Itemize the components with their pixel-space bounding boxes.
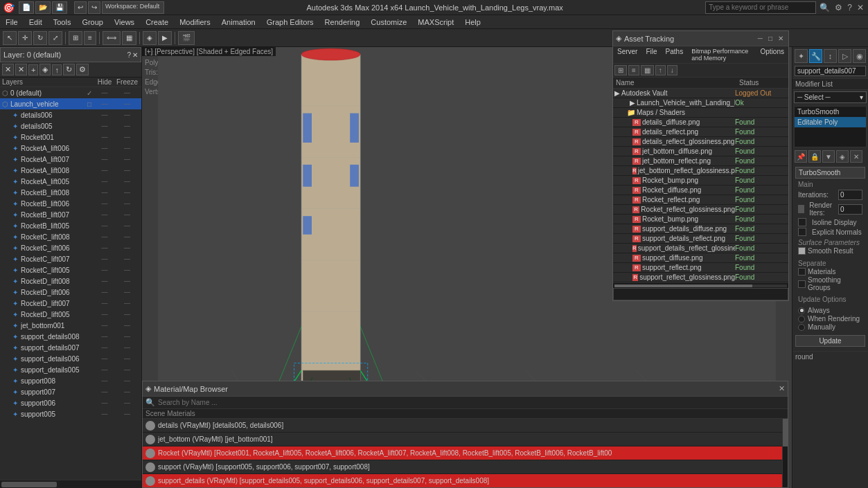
layer-item-rocketC008[interactable]: ✦ RocketC_lift008 — — (0, 231, 141, 242)
asset-menu-server[interactable]: Server (613, 46, 641, 63)
mat-row-details[interactable]: details (VRayMtl) [details005, details00… (143, 419, 782, 433)
layer-settings-btn[interactable]: ⚙ (76, 64, 89, 75)
layer-item-support008[interactable]: ✦ support008 — — (0, 375, 141, 386)
layer-item-default[interactable]: ⬡ 0 (default) ✓ — — (0, 87, 141, 98)
layer-item-support005[interactable]: ✦ support005 — — (0, 408, 141, 419)
settings-icon[interactable]: ⚙ (833, 2, 844, 13)
layer-item-support007[interactable]: ✦ support007 — — (0, 386, 141, 397)
asset-row-support-diffuse[interactable]: R support_diffuse.png Found (613, 253, 788, 263)
layer-item-rocketC005[interactable]: ✦ RocketC_lift005 — — (0, 264, 141, 275)
save-btn[interactable]: 💾 (52, 1, 67, 14)
asset-row-vault[interactable]: ▶ Autodesk Vault Logged Out (613, 89, 788, 98)
mat-row-support[interactable]: support (VRayMtl) [support005, support00… (143, 460, 782, 474)
layer-item-rocketD005[interactable]: ✦ RocketD_lift005 — — (0, 309, 141, 320)
layer-item-rocketD007[interactable]: ✦ RocketD_lift007 — — (0, 298, 141, 309)
layer-delete-btn[interactable]: ✕ (15, 64, 27, 75)
new-btn[interactable]: 📄 (19, 1, 34, 14)
menu-animation[interactable]: Animation (216, 15, 261, 29)
materials-check[interactable] (798, 268, 806, 275)
layer-item-rocketB007[interactable]: ✦ RocketB_lift007 — — (0, 209, 141, 220)
asset-row-jet-reflect[interactable]: R jet_bottom_reflect.png Found (613, 156, 788, 166)
layer-item-rocketA007[interactable]: ✦ RocketA_lift007 — — (0, 154, 141, 165)
always-radio[interactable] (798, 307, 805, 314)
layer-item-support-details005[interactable]: ✦ support_details005 — — (0, 364, 141, 375)
asset-maximize-btn[interactable]: □ (766, 34, 774, 43)
search-icon[interactable]: 🔍 (818, 2, 831, 13)
asset-row-support-details-reflect-gloss[interactable]: R support_details_reflect_glossiness.png… (613, 244, 788, 253)
rotate-btn[interactable]: ↻ (33, 31, 47, 45)
select-btn[interactable]: ↖ (3, 31, 17, 45)
mat-close-btn[interactable]: ✕ (779, 384, 785, 393)
layer-item-support-details008[interactable]: ✦ support_details008 — — (0, 331, 141, 342)
help-icon[interactable]: ? (846, 2, 853, 13)
layer-curr-btn[interactable]: ↑ (52, 64, 62, 75)
asset-row-jet-diffuse[interactable]: R jet_bottom_diffuse.png Found (613, 147, 788, 156)
asset-menu-paths[interactable]: Paths (662, 46, 688, 63)
layer-item-rocketB005[interactable]: ✦ RocketB_lift005 — — (0, 220, 141, 231)
menu-customize[interactable]: Customize (365, 15, 412, 29)
redo-btn[interactable]: ↪ (88, 1, 100, 14)
modifier-dropdown[interactable]: ─ Select ─ ▾ (794, 91, 867, 103)
menu-rendering[interactable]: Rendering (319, 15, 366, 29)
ts-isoline-check[interactable] (798, 218, 806, 226)
always-radio-item[interactable]: Always (798, 307, 862, 314)
layer-add-sel-btn[interactable]: + (28, 64, 38, 75)
layer-item-rocketB008[interactable]: ✦ RocketB_lift008 — — (0, 187, 141, 198)
asset-minimize-btn[interactable]: ─ (756, 34, 765, 43)
layer-item-rocketD008[interactable]: ✦ RocketD_lift008 — — (0, 275, 141, 287)
asset-menu-bitmap[interactable]: Bitmap Performance and Memory (687, 46, 756, 63)
modifier-stack-item-editablepoly[interactable]: Editable Poly (795, 117, 866, 127)
ts-iterations-input[interactable] (838, 190, 862, 200)
asset-row-rocket-bump[interactable]: R Rocket_bump.png Found (613, 176, 788, 186)
smooth-result-check[interactable] (798, 247, 806, 255)
material-btn[interactable]: ◈ (143, 31, 157, 45)
object-name-field[interactable] (795, 66, 866, 76)
scale-btn[interactable]: ⤢ (48, 31, 62, 45)
update-button[interactable]: Update (795, 335, 865, 347)
open-btn[interactable]: 📂 (35, 1, 51, 14)
layer-item-details006[interactable]: ✦ details006 — — (0, 109, 141, 120)
mat-row-support-details[interactable]: support_details (VRayMtl) [support_detai… (143, 474, 782, 487)
hierarchy-icon[interactable]: ↕ (824, 49, 837, 63)
asset-tool-btn5[interactable]: ↓ (667, 65, 677, 75)
move-btn[interactable]: ✛ (18, 31, 32, 45)
workspace-dropdown[interactable]: Workspace: Default (102, 1, 164, 14)
lock-icon[interactable]: 🔒 (808, 150, 821, 163)
asset-row-launch[interactable]: ▶ Launch_Vehicle_with_Landing_Legs_vray.… (613, 98, 788, 108)
asset-row-rocket-reflect-gloss[interactable]: R Rocket_reflect_glossiness.png Found (613, 205, 788, 215)
layer-item-rocketA006[interactable]: ✦ RocketA_lift006 — — (0, 143, 141, 154)
mat-vscrollbar[interactable] (782, 419, 788, 487)
asset-row-rocket-reflect[interactable]: R Rocket_reflect.png Found (613, 195, 788, 205)
snap-btn[interactable]: ⊞ (69, 31, 82, 45)
create-icon[interactable]: ✦ (795, 49, 808, 63)
asset-tool-btn2[interactable]: ≡ (628, 65, 639, 75)
show-end-icon[interactable]: ▼ (822, 150, 835, 163)
pin-icon[interactable]: 📌 (795, 150, 807, 163)
layer-item-rocketA008[interactable]: ✦ RocketA_lift008 — — (0, 165, 141, 176)
menu-graph-editors[interactable]: Graph Editors (261, 15, 319, 29)
layers-help-btn[interactable]: ? (127, 51, 131, 59)
asset-row-support-details-diffuse[interactable]: R support_details_diffuse.png Found (613, 224, 788, 234)
asset-tool-btn3[interactable]: ▦ (641, 65, 654, 75)
when-rendering-radio[interactable] (798, 316, 805, 323)
asset-row-maps[interactable]: 📁 Maps / Shaders (613, 108, 788, 118)
align-btn[interactable]: ≡ (84, 31, 96, 45)
asset-row-rocket-bump2[interactable]: R Rocket_bump.png Found (613, 215, 788, 224)
undo-btn[interactable]: ↩ (74, 1, 87, 14)
layer-item-rocketB006[interactable]: ✦ RocketB_lift006 — — (0, 198, 141, 209)
layer-item-details005[interactable]: ✦ details005 — — (0, 120, 141, 132)
layer-item-rocketC007[interactable]: ✦ RocketC_lift007 — — (0, 253, 141, 264)
smoothing-groups-check[interactable] (798, 280, 806, 288)
manually-radio-item[interactable]: Manually (798, 323, 862, 331)
layer-item-jet-bottom001[interactable]: ✦ jet_bottom001 — — (0, 320, 141, 331)
ts-render-iters-check[interactable] (798, 205, 804, 213)
asset-row-details-reflect-gloss[interactable]: R details_reflect_glossiness.png Found (613, 137, 788, 147)
mat-row-rocket[interactable]: Rocket (VRayMtl) [Rocket001, RocketA_lif… (143, 446, 782, 460)
mat-search-input[interactable] (158, 399, 785, 406)
asset-tool-btn1[interactable]: ⊞ (614, 65, 627, 75)
manually-radio[interactable] (798, 324, 805, 331)
layer-item-rocketA005[interactable]: ✦ RocketA_lift005 — — (0, 176, 141, 187)
asset-hscrollbar[interactable] (613, 282, 788, 288)
layer-item-support006[interactable]: ✦ support006 — — (0, 397, 141, 408)
mirror-btn[interactable]: ⟺ (103, 31, 121, 45)
